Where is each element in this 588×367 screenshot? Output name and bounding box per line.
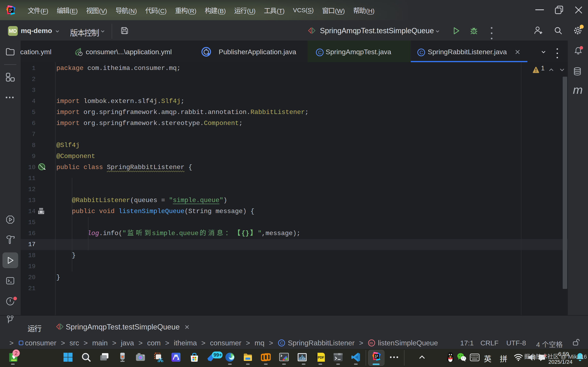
svg-text:m: m [370, 341, 373, 345]
svg-text:C: C [420, 50, 423, 55]
svg-text:C: C [280, 341, 283, 346]
svg-text:C: C [318, 50, 321, 55]
svg-text:PDF: PDF [318, 356, 324, 359]
svg-text:99+: 99+ [214, 352, 222, 358]
svg-text:IJ: IJ [375, 355, 378, 358]
svg-text:IJ: IJ [9, 8, 12, 11]
